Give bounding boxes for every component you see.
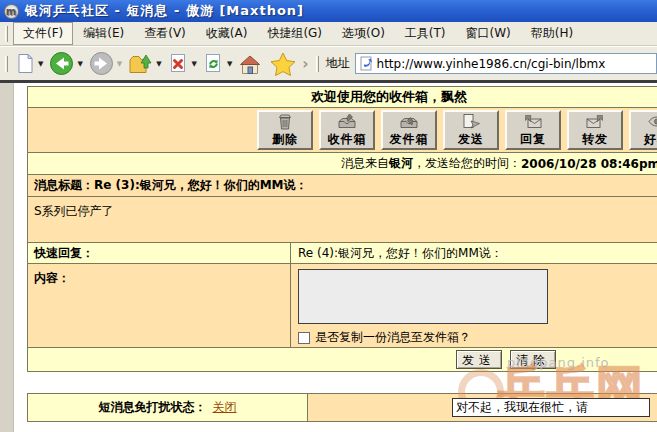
- chevron-down-icon[interactable]: ▼: [227, 60, 232, 68]
- reply-button-label: 回复: [520, 131, 546, 148]
- reply-button[interactable]: 回复: [505, 110, 561, 150]
- chevron-down-icon[interactable]: ▼: [77, 60, 82, 68]
- favorites-button[interactable]: [267, 50, 299, 78]
- outbox-icon: [399, 113, 419, 130]
- friends-button-label: 好友: [644, 131, 657, 148]
- browser-window: m 银河乒乓社区 - 短消息 - 傲游 [Maxthon] 文件(F) 编辑(E…: [0, 0, 657, 432]
- menu-file[interactable]: 文件(F): [13, 22, 73, 45]
- window-title: 银河乒乓社区 - 短消息 - 傲游 [Maxthon]: [25, 2, 304, 20]
- quick-reply-value-cell: Re (4):银河兄，您好！你们的MM说：: [291, 243, 657, 263]
- content-label: 内容：: [34, 270, 70, 287]
- menu-edit[interactable]: 编辑(E): [73, 22, 134, 45]
- send-button-label: 发送: [458, 131, 484, 148]
- subject-label: 消息标题：: [34, 177, 94, 194]
- inbox-button-label: 收件箱: [328, 131, 367, 148]
- submit-row: 发送 清除: [28, 348, 657, 371]
- navigation-toolbar: ▼ ▼ ▼ ▼ ▼ ▼ › 地址: [0, 47, 657, 80]
- address-bar[interactable]: [355, 53, 657, 74]
- outbox-button[interactable]: 发件箱: [381, 110, 437, 150]
- address-input[interactable]: [374, 57, 653, 71]
- refresh-icon: [203, 53, 224, 74]
- outbox-button-label: 发件箱: [390, 131, 429, 148]
- dnd-toggle-link[interactable]: 关闭: [213, 399, 237, 416]
- address-favicon: [359, 56, 374, 71]
- reply-content-textarea[interactable]: [298, 269, 548, 324]
- toolbar-grip-handle[interactable]: [5, 26, 8, 42]
- inbox-button[interactable]: 收件箱: [319, 110, 375, 150]
- sidebar-strip[interactable]: [0, 83, 14, 432]
- dnd-status-label: 短消息免打扰状态：: [99, 399, 207, 416]
- menu-help[interactable]: 帮助(H): [521, 22, 583, 45]
- busy-reply-input[interactable]: [452, 398, 650, 417]
- welcome-row: 欢迎使用您的收件箱，飘然: [28, 87, 657, 108]
- message-body-row: S系列已停产了: [28, 197, 657, 243]
- toolbar-grip-handle[interactable]: [316, 56, 319, 72]
- meta-prefix: 消息来自: [341, 155, 389, 172]
- toolbar-grip-handle[interactable]: [5, 56, 8, 72]
- clear-button[interactable]: 清除: [510, 350, 556, 369]
- chevron-down-icon[interactable]: ▼: [156, 60, 161, 68]
- chevron-down-icon[interactable]: ▼: [38, 60, 43, 68]
- subject-row: 消息标题：Re (3):银河兄，您好！你们的MM说：: [28, 175, 657, 197]
- address-label: 地址: [326, 55, 350, 72]
- friends-button[interactable]: 好友: [629, 110, 657, 150]
- quick-reply-label-cell: 快速回复：: [28, 243, 291, 263]
- mailbox-actions-row: 删除 收件箱 发件箱 发送 回复: [28, 108, 657, 153]
- home-button[interactable]: [236, 52, 265, 76]
- delete-button[interactable]: 删除: [257, 110, 313, 150]
- forward-icon: [89, 51, 114, 76]
- forward-message-button[interactable]: 转发: [567, 110, 623, 150]
- menu-options[interactable]: 选项(O): [332, 22, 395, 45]
- stop-button[interactable]: ▼: [166, 52, 199, 75]
- dnd-table: 短消息免打扰状态： 关闭: [27, 393, 657, 422]
- message-table: 欢迎使用您的收件箱，飘然 删除 收件箱 发件箱 发送: [27, 86, 657, 372]
- forward-button-label: 转发: [582, 131, 608, 148]
- quick-reply-label: 快速回复：: [34, 245, 94, 262]
- friends-icon: [647, 113, 657, 130]
- message-time: 2006/10/28 08:46pm: [521, 157, 657, 171]
- back-icon: [49, 51, 74, 76]
- welcome-text: 欢迎使用您的收件箱，飘然: [311, 88, 467, 106]
- menu-view[interactable]: 查看(V): [134, 22, 196, 45]
- menu-window[interactable]: 窗口(W): [456, 22, 521, 45]
- send-reply-button[interactable]: 发送: [456, 350, 502, 369]
- message-body-text: S系列已停产了: [34, 203, 114, 220]
- copy-checkbox-label: 是否复制一份消息至发件箱？: [315, 329, 471, 346]
- menu-bar: 文件(F) 编辑(E) 查看(V) 收藏(A) 快捷组(G) 选项(O) 工具(…: [0, 22, 657, 46]
- send-message-button[interactable]: 发送: [443, 110, 499, 150]
- copy-option-line: 是否复制一份消息至发件箱？: [298, 329, 471, 346]
- stop-icon: [168, 53, 189, 74]
- reply-icon: [523, 113, 543, 130]
- overflow-chevron-icon[interactable]: ›: [302, 55, 308, 73]
- menu-favorites[interactable]: 收藏(A): [196, 22, 258, 45]
- page-content: 欢迎使用您的收件箱，飘然 删除 收件箱 发件箱 发送: [0, 83, 657, 432]
- quick-reply-subject-input[interactable]: Re (4):银河兄，您好！你们的MM说：: [298, 245, 503, 262]
- refresh-button[interactable]: ▼: [201, 52, 234, 75]
- content-label-cell: 内容：: [28, 264, 291, 347]
- forward-button[interactable]: ▼: [87, 50, 124, 77]
- back-button[interactable]: ▼: [47, 50, 84, 77]
- up-button[interactable]: ▼: [126, 52, 163, 76]
- favorites-star-icon: [269, 51, 297, 77]
- content-input-cell: 是否复制一份消息至发件箱？: [291, 264, 657, 347]
- busy-message-cell: [308, 394, 657, 421]
- chevron-down-icon[interactable]: ▼: [192, 60, 197, 68]
- subject-text: Re (3):银河兄，您好！你们的MM说：: [94, 177, 308, 194]
- new-page-button[interactable]: ▼: [14, 52, 45, 75]
- send-icon: [461, 113, 481, 130]
- quick-reply-row: 快速回复： Re (4):银河兄，您好！你们的MM说：: [28, 243, 657, 264]
- meta-middle: ，发送给您的时间：: [413, 155, 521, 172]
- copy-to-outbox-checkbox[interactable]: [298, 332, 310, 344]
- delete-trash-icon: [276, 113, 294, 130]
- menu-tools[interactable]: 工具(T): [395, 22, 456, 45]
- home-icon: [238, 53, 263, 75]
- chevron-down-icon: ▼: [117, 60, 122, 68]
- menu-groups[interactable]: 快捷组(G): [257, 22, 332, 45]
- maxthon-logo-icon: m: [4, 4, 19, 19]
- inbox-icon: [337, 113, 357, 130]
- new-page-icon: [16, 53, 35, 74]
- message-meta-row: 消息来自银河，发送给您的时间：2006/10/28 08:46pm: [28, 153, 657, 175]
- content-row: 内容： 是否复制一份消息至发件箱？: [28, 264, 657, 348]
- delete-button-label: 删除: [272, 131, 298, 148]
- sender-name: 银河: [389, 155, 413, 172]
